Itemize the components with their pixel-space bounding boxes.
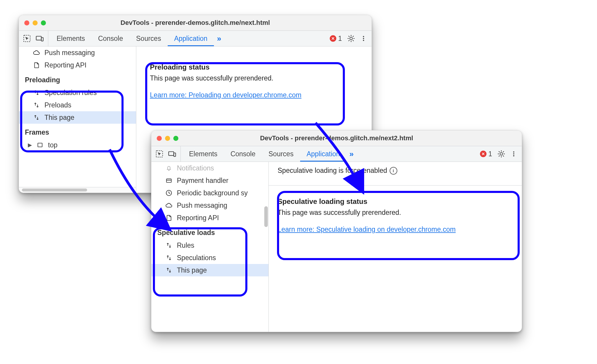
tab-sources[interactable]: Sources	[129, 31, 167, 46]
scrollbar-vertical[interactable]	[264, 206, 268, 227]
updown-icon	[33, 102, 40, 108]
window-title: DevTools - prerender-demos.glitch.me/nex…	[151, 134, 522, 142]
sidebar-item-label: This page	[177, 266, 207, 274]
tab-strip: Elements Console Sources Application » ✕…	[19, 31, 372, 46]
sidebar-item-periodic-bg-sync[interactable]: Periodic background sy	[151, 187, 268, 199]
section-preloading[interactable]: Preloading	[19, 71, 136, 86]
tab-application[interactable]: Application	[300, 146, 347, 162]
sidebar-item-label: Speculations	[177, 254, 216, 262]
document-icon	[165, 214, 173, 221]
device-toggle-icon[interactable]	[168, 150, 176, 158]
minimize-icon[interactable]	[33, 20, 38, 25]
sidebar-item-label: Periodic background sy	[177, 189, 248, 197]
speculative-status-text: This page was successfully prerendered.	[278, 209, 513, 217]
application-main: Speculative loading is force-enabled i S…	[269, 162, 522, 332]
devtools-window-2: DevTools - prerender-demos.glitch.me/nex…	[151, 130, 522, 332]
sidebar-item-label: Push messaging	[44, 49, 95, 57]
sidebar-item-speculations[interactable]: Speculations	[151, 252, 268, 264]
updown-icon	[33, 89, 40, 96]
tab-elements[interactable]: Elements	[50, 31, 92, 46]
tab-sources[interactable]: Sources	[262, 146, 300, 162]
sidebar-item-this-page[interactable]: This page	[19, 111, 136, 124]
kebab-icon[interactable]	[360, 35, 367, 42]
cloud-icon	[165, 202, 173, 209]
preloading-status-title: Preloading status	[150, 63, 363, 71]
window-title: DevTools - prerender-demos.glitch.me/nex…	[19, 19, 372, 27]
updown-icon	[165, 242, 173, 249]
error-count: 1	[338, 35, 342, 43]
sidebar-item-label: Notifications	[177, 164, 214, 172]
sidebar-item-speculation-rules[interactable]: Speculation rules	[19, 86, 136, 99]
sidebar-item-push-messaging[interactable]: Push messaging	[151, 199, 268, 212]
sidebar-item-label: Rules	[177, 241, 194, 249]
disclosure-triangle-icon[interactable]: ▶	[28, 142, 32, 148]
sidebar-item-payment-handler[interactable]: Payment handler	[151, 174, 268, 187]
sidebar-item-preloads[interactable]: Preloads	[19, 99, 136, 111]
sidebar-item-label: Payment handler	[177, 177, 228, 185]
section-frames[interactable]: Frames	[19, 124, 136, 139]
scrollbar-horizontal[interactable]	[19, 187, 136, 193]
settings-icon[interactable]	[347, 35, 355, 42]
sidebar-item-label: Push messaging	[177, 202, 227, 210]
learn-more-link[interactable]: Learn more: Preloading on developer.chro…	[150, 91, 301, 99]
sidebar-item-label: This page	[44, 114, 74, 122]
sidebar-item-label: Preloads	[44, 101, 71, 109]
updown-icon	[165, 255, 173, 261]
updown-icon	[165, 267, 173, 273]
traffic-lights[interactable]	[157, 136, 178, 141]
sidebar-item-reporting-api[interactable]: Reporting API	[19, 59, 136, 71]
clock-icon	[165, 189, 173, 197]
close-icon[interactable]	[24, 20, 29, 25]
document-icon	[33, 62, 40, 69]
zoom-icon[interactable]	[173, 136, 178, 141]
kebab-icon[interactable]	[510, 150, 517, 158]
zoom-icon[interactable]	[41, 20, 46, 25]
sidebar-item-frame-top[interactable]: ▶ top	[19, 139, 136, 151]
tab-application[interactable]: Application	[168, 31, 214, 46]
more-tabs-icon[interactable]: »	[214, 31, 224, 46]
error-counter[interactable]: ✕ 1	[330, 35, 342, 43]
tab-console[interactable]: Console	[92, 31, 129, 46]
inspect-icon[interactable]	[23, 35, 31, 42]
updown-icon	[33, 114, 40, 121]
settings-icon[interactable]	[497, 150, 505, 158]
error-counter[interactable]: ✕ 1	[480, 150, 492, 158]
traffic-lights[interactable]	[24, 20, 46, 25]
minimize-icon[interactable]	[165, 136, 170, 141]
sidebar-item-reporting-api[interactable]: Reporting API	[151, 212, 268, 224]
card-icon	[165, 177, 173, 184]
sidebar-item-rules[interactable]: Rules	[151, 239, 268, 252]
error-icon: ✕	[330, 35, 336, 42]
speculative-banner: Speculative loading is force-enabled	[278, 167, 387, 175]
sidebar-item-label: Reporting API	[44, 61, 87, 69]
device-toggle-icon[interactable]	[36, 35, 44, 42]
sidebar-item-label: Speculation rules	[44, 89, 97, 97]
sidebar-item-label: top	[48, 141, 57, 149]
sidebar-item-push-messaging[interactable]: Push messaging	[19, 46, 136, 59]
frame-icon	[36, 142, 44, 148]
section-speculative-loads[interactable]: Speculative loads	[151, 224, 268, 239]
learn-more-link[interactable]: Learn more: Speculative loading on devel…	[278, 226, 456, 233]
info-icon[interactable]: i	[390, 167, 397, 175]
error-icon: ✕	[480, 151, 486, 157]
error-count: 1	[488, 150, 492, 158]
preloading-status-text: This page was successfully prerendered.	[150, 74, 363, 82]
inspect-icon[interactable]	[156, 150, 163, 158]
sidebar-item-this-page[interactable]: This page	[151, 264, 268, 276]
bell-icon	[165, 165, 173, 171]
cloud-icon	[33, 49, 40, 56]
sidebar-item-label: Reporting API	[177, 214, 219, 222]
tab-strip: Elements Console Sources Application » ✕…	[151, 146, 522, 162]
close-icon[interactable]	[157, 136, 162, 141]
app-sidebar: Notifications Payment handler Periodic b…	[151, 162, 269, 332]
tab-console[interactable]: Console	[224, 146, 262, 162]
sidebar-item-notifications[interactable]: Notifications	[151, 162, 268, 174]
tab-elements[interactable]: Elements	[183, 146, 224, 162]
titlebar[interactable]: DevTools - prerender-demos.glitch.me/nex…	[19, 15, 372, 31]
titlebar[interactable]: DevTools - prerender-demos.glitch.me/nex…	[151, 131, 522, 146]
speculative-status-title: Speculative loading status	[278, 197, 513, 206]
more-tabs-icon[interactable]: »	[346, 146, 356, 162]
app-sidebar: Push messaging Reporting API Preloading …	[19, 46, 136, 193]
